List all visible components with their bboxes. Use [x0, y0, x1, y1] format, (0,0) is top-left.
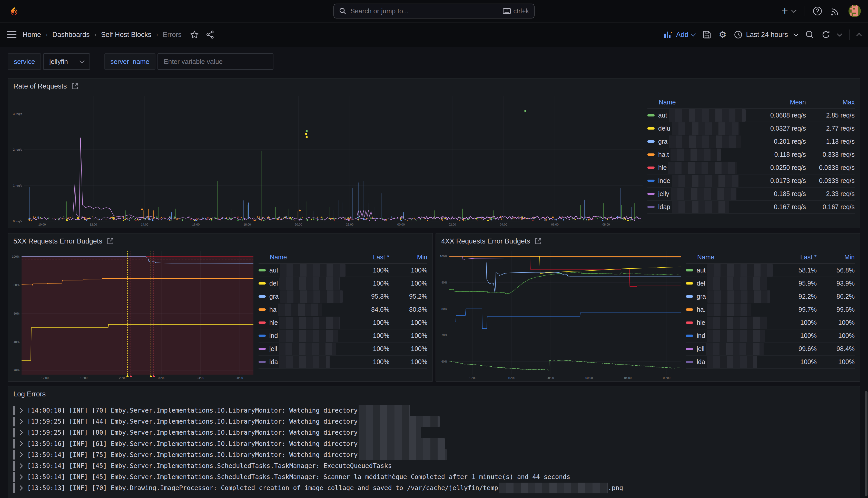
help-icon[interactable] — [813, 6, 822, 16]
log-row[interactable]: [13:59:14] [INF] [45] Emby.Server.Implem… — [13, 471, 856, 482]
legend-value: 100% — [389, 345, 427, 353]
legend-row[interactable]: inde0.0173 req/s0.0333 req/s — [647, 174, 855, 187]
legend-row[interactable]: aut0.0608 req/s2.85 req/s — [647, 109, 855, 122]
panel-4xx-error-budgets[interactable]: 4XX Requests Error Budgets 60%70%80%90%1… — [436, 233, 860, 382]
legend-col-max[interactable]: Max — [806, 99, 855, 106]
new-button[interactable]: + — [782, 6, 796, 16]
legend-row[interactable]: aut58.1%56.8% — [686, 264, 855, 277]
svg-text:12:00: 12:00 — [41, 376, 49, 379]
5xx-chart[interactable]: 20%40%60%80%100%12:0016:0020:0000:0004:0… — [8, 249, 255, 381]
breadcrumb-dashboards[interactable]: Dashboards — [52, 31, 90, 39]
legend-row[interactable]: del100%100% — [258, 277, 427, 290]
legend-row[interactable]: ha84.6%80.8% — [258, 303, 427, 316]
log-row[interactable]: [13:59:14] [INF] [75] Emby.Server.Implem… — [13, 449, 856, 460]
legend-col-mean[interactable]: Mean — [749, 99, 806, 106]
legend-col-last[interactable]: Last * — [347, 253, 389, 261]
expand-chevron-icon[interactable] — [19, 452, 23, 457]
panel-log-errors[interactable]: Log Errors [14:00:10] [INF] [70] Emby.Se… — [8, 386, 860, 498]
save-dashboard-icon[interactable] — [703, 30, 711, 39]
expand-chevron-icon[interactable] — [19, 430, 23, 435]
legend-row[interactable]: aut100%100% — [258, 264, 427, 277]
expand-chevron-icon[interactable] — [19, 419, 23, 424]
4xx-chart[interactable]: 60%70%80%90%100%12:0016:0020:0000:0004:0… — [436, 249, 683, 381]
breadcrumb-home[interactable]: Home — [23, 31, 41, 39]
legend-row[interactable]: jell99.6%98.4% — [686, 342, 855, 356]
news-icon[interactable] — [830, 6, 840, 16]
legend-row[interactable]: jelly0.185 req/s2.33 req/s — [647, 187, 855, 201]
svg-text:12:00: 12:00 — [469, 376, 476, 379]
log-row[interactable]: [13:59:16] [INF] [61] Emby.Server.Implem… — [13, 438, 856, 449]
legend-row[interactable]: hle0.0250 req/s0.0333 req/s — [647, 161, 855, 174]
favorite-star-icon[interactable] — [190, 30, 199, 39]
breadcrumb-self-host-blocks[interactable]: Self Host Blocks — [101, 31, 151, 39]
add-button[interactable]: Add — [664, 31, 695, 39]
external-link-icon[interactable] — [107, 238, 113, 245]
legend-row[interactable]: gra92.2%86.2% — [686, 290, 855, 303]
log-row[interactable]: [14:00:10] [INF] [70] Emby.Server.Implem… — [13, 405, 856, 416]
legend-row[interactable]: lda100%100% — [686, 356, 855, 369]
log-text: [13:59:25] [INF] [44] Emby.Server.Implem… — [27, 418, 358, 425]
panel-rate-of-requests[interactable]: Rate of Requests 0 req/s1 req/s2 req/s3 … — [8, 78, 860, 228]
share-icon[interactable] — [206, 30, 214, 39]
legend-col-min[interactable]: Min — [389, 253, 427, 261]
series-name-prefix: jell — [269, 345, 277, 353]
legend-value: 0.0173 req/s — [749, 177, 806, 184]
svg-text:20:00: 20:00 — [119, 376, 126, 379]
legend-row[interactable]: gra0.201 req/s1.13 req/s — [647, 135, 855, 148]
refresh-interval-caret[interactable] — [837, 31, 842, 37]
legend-row[interactable]: delu0.0327 req/s2.77 req/s — [647, 122, 855, 135]
expand-chevron-icon[interactable] — [19, 474, 23, 480]
legend-row[interactable]: gra95.3%95.2% — [258, 290, 427, 303]
service-variable-select[interactable]: jellyfin — [43, 53, 90, 70]
variables-row: service jellyfin server_name Enter varia… — [8, 53, 273, 70]
legend-col-name[interactable]: Name — [647, 99, 749, 106]
expand-chevron-icon[interactable] — [19, 408, 23, 413]
panel-title[interactable]: Rate of Requests — [13, 82, 67, 90]
expand-chevron-icon[interactable] — [19, 485, 23, 491]
legend-row[interactable]: del95.9%93.9% — [686, 277, 855, 290]
panel-title[interactable]: 5XX Requests Error Budgets — [13, 237, 102, 245]
legend-row[interactable]: ha.t0.118 req/s0.333 req/s — [647, 148, 855, 161]
redacted-name — [279, 277, 340, 290]
legend-row[interactable]: hle100%100% — [686, 316, 855, 329]
server-name-variable-input[interactable]: Enter variable value — [158, 53, 273, 70]
legend-col-last[interactable]: Last * — [775, 253, 817, 261]
legend-row[interactable]: ind100%100% — [686, 329, 855, 342]
collapse-toolbar-icon[interactable] — [856, 33, 862, 38]
log-row[interactable]: [13:59:25] [INF] [44] Emby.Server.Implem… — [13, 416, 856, 427]
redacted-name — [279, 317, 340, 329]
avatar[interactable] — [849, 5, 861, 17]
expand-chevron-icon[interactable] — [19, 463, 23, 469]
legend-row[interactable]: jell100%100% — [258, 342, 427, 356]
legend-row[interactable]: ldap0.167 req/s0.167 req/s — [647, 201, 855, 214]
time-range-picker[interactable]: Last 24 hours — [734, 30, 798, 39]
log-row[interactable]: [13:59:14] [INF] [45] Emby.Server.Implem… — [13, 460, 856, 471]
panel-title[interactable]: Log Errors — [13, 390, 46, 398]
menu-toggle[interactable] — [7, 31, 16, 38]
panel-title[interactable]: 4XX Requests Error Budgets — [441, 237, 530, 245]
legend-col-min[interactable]: Min — [817, 253, 855, 261]
series-color-chip — [258, 335, 266, 337]
grafana-logo[interactable] — [7, 4, 21, 18]
legend-row[interactable]: hle100%100% — [258, 316, 427, 329]
legend-row[interactable]: lda100%100% — [258, 356, 427, 369]
redacted-log-text — [359, 405, 410, 416]
legend-col-name[interactable]: Name — [258, 253, 347, 261]
settings-gear-icon[interactable]: ⚙ — [719, 30, 726, 39]
rate-chart[interactable]: 0 req/s1 req/s2 req/s3 req/s10:0012:0014… — [8, 94, 644, 228]
zoom-out-icon[interactable] — [805, 30, 814, 39]
external-link-icon[interactable] — [71, 83, 78, 90]
log-row[interactable]: [13:59:25] [INF] [80] Emby.Server.Implem… — [13, 427, 856, 438]
external-link-icon[interactable] — [535, 238, 542, 245]
search-input[interactable]: Search or jump to... ctrl+k — [333, 4, 535, 18]
legend-row[interactable]: ha.99.7%99.6% — [686, 303, 855, 316]
expand-chevron-icon[interactable] — [19, 441, 23, 446]
legend-col-name[interactable]: Name — [686, 253, 775, 261]
log-row[interactable]: [13:59:13] [INF] [70] Emby.Drawing.Image… — [13, 482, 856, 493]
legend-value: 56.8% — [817, 266, 855, 274]
legend-value: 0.118 req/s — [749, 151, 806, 158]
legend-row[interactable]: ind100%100% — [258, 329, 427, 342]
refresh-icon[interactable] — [822, 30, 830, 39]
panel-5xx-error-budgets[interactable]: 5XX Requests Error Budgets 20%40%60%80%1… — [8, 233, 433, 382]
page-scrollbar[interactable] — [865, 391, 867, 496]
